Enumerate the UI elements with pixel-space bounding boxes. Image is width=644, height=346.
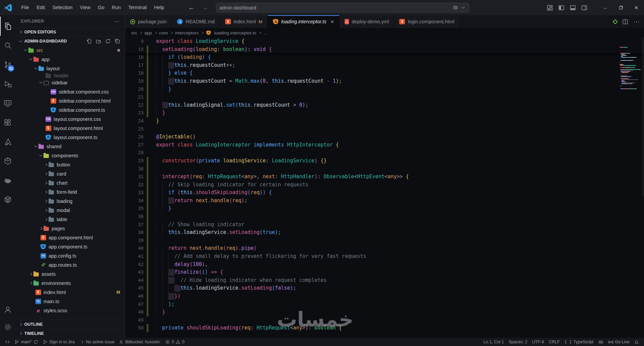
minimap[interactable] xyxy=(620,39,641,89)
chevron-down-icon[interactable] xyxy=(38,82,43,83)
line-number[interactable]: 37 xyxy=(125,221,144,229)
azure-icon[interactable] xyxy=(0,132,16,151)
code-line-33[interactable]: 33if (this.shouldSkipLoading(req)) { xyxy=(125,189,644,197)
back-arrow-button[interactable]: ← xyxy=(188,4,195,11)
code-line-16[interactable]: 16if (loading) { xyxy=(125,53,644,61)
tree-item-table[interactable]: table xyxy=(16,215,125,224)
green-diamond-icon[interactable] xyxy=(613,19,618,24)
line-number[interactable]: 47 xyxy=(125,300,144,309)
menu-run[interactable]: Run xyxy=(108,0,125,15)
line-number[interactable]: 29 xyxy=(125,157,144,165)
tree-item-assets[interactable]: assets xyxy=(16,269,125,278)
breadcrumb-item-...[interactable]: ... xyxy=(263,30,267,35)
tree-item-environments[interactable]: environments xyxy=(16,278,125,288)
tree-item-loading[interactable]: loading xyxy=(16,196,125,206)
forward-arrow-button[interactable]: → xyxy=(202,4,208,11)
tree-item-shared[interactable]: shared xyxy=(16,142,125,151)
code-line-36[interactable]: 36 xyxy=(125,213,644,221)
chevron-right-icon[interactable] xyxy=(38,228,43,230)
code-line-31[interactable]: 31intercept(req: HttpRequest<any>, next:… xyxy=(125,173,644,181)
run-debug-icon[interactable] xyxy=(0,74,16,94)
tree-item-header[interactable]: header xyxy=(16,73,125,78)
project-section[interactable]: ADMIN-DASHBOARD xyxy=(16,36,125,46)
code-line-28[interactable]: 28 xyxy=(125,149,644,157)
new-folder-icon[interactable] xyxy=(96,38,101,44)
tab-loading.interceptor.ts[interactable]: Aloading.interceptor.ts✕ xyxy=(268,15,340,28)
close-button[interactable]: ✕ xyxy=(628,0,644,15)
code-line-47[interactable]: 47); xyxy=(125,300,644,309)
toggle-primary-sidebar-icon[interactable] xyxy=(557,3,566,12)
code-line-35[interactable]: 35} xyxy=(125,205,644,213)
tree-item-app[interactable]: app xyxy=(16,55,125,64)
remote-indicator[interactable] xyxy=(3,338,12,346)
line-number[interactable]: 43 xyxy=(125,268,144,276)
chevron-down-icon[interactable] xyxy=(38,155,43,156)
line-number[interactable]: 41 xyxy=(125,252,144,261)
search-icon[interactable] xyxy=(0,36,16,55)
line-number[interactable]: 9 xyxy=(125,37,144,46)
code-line-32[interactable]: 32// Skip loading indicator for certain … xyxy=(125,181,644,189)
code-line-50[interactable]: 50private shouldSkipLoading(req: HttpReq… xyxy=(125,324,644,332)
chevron-right-icon[interactable] xyxy=(43,209,48,211)
chevron-right-icon[interactable] xyxy=(43,173,48,175)
line-number[interactable]: 46 xyxy=(125,292,144,300)
code-line-39[interactable]: 39 xyxy=(125,237,644,245)
line-number[interactable]: 20 xyxy=(125,85,144,94)
line-number[interactable]: 33 xyxy=(125,189,144,197)
line-number[interactable]: 39 xyxy=(125,237,144,245)
code-line-41[interactable]: 41// Add small delay to prevent flickeri… xyxy=(125,252,644,261)
tree-item-main.ts[interactable]: TSmain.ts xyxy=(16,297,125,306)
breadcrumb-item-interceptors[interactable]: interceptors xyxy=(175,30,199,35)
code-line-49[interactable]: 49 xyxy=(125,316,644,324)
code-line-30[interactable]: 30 xyxy=(125,165,644,173)
line-number[interactable]: 27 xyxy=(125,141,144,149)
customize-layout-icon[interactable] xyxy=(546,3,554,12)
menu-selection[interactable]: Selection xyxy=(49,0,76,15)
menu-terminal[interactable]: Terminal xyxy=(124,0,150,15)
line-number[interactable]: 18 xyxy=(125,69,144,77)
tree-item-app.component.ts[interactable]: Aapp.component.ts xyxy=(16,242,125,251)
close-tab-icon[interactable]: ✕ xyxy=(330,19,334,24)
code-line-40[interactable]: 40return next.handle(req).pipe( xyxy=(125,244,644,252)
toggle-panel-icon[interactable] xyxy=(568,3,577,12)
code-line-18[interactable]: 18} else { xyxy=(125,69,644,77)
line-number[interactable]: 45 xyxy=(125,284,144,292)
line-number[interactable]: 50 xyxy=(125,324,144,332)
chevron-right-icon[interactable] xyxy=(28,273,33,275)
tree-item-form-field[interactable]: form-field xyxy=(16,187,125,196)
tab-deploy-demo.yml[interactable]: deploy-demo.yml xyxy=(340,15,394,28)
breadcrumb-item-app[interactable]: app xyxy=(144,30,152,35)
tree-item-sidebar.component.css[interactable]: CSSsidebar.component.css xyxy=(16,87,125,96)
line-number[interactable]: 49 xyxy=(125,316,144,324)
tree-item-button[interactable]: button xyxy=(16,160,125,169)
editor-scrollbar[interactable] xyxy=(642,37,644,196)
tree-item-layout.component.ts[interactable]: Alayout.component.ts xyxy=(16,133,125,142)
tree-item-components[interactable]: components xyxy=(16,151,125,160)
tree-item-src[interactable]: src xyxy=(16,46,125,55)
line-number[interactable]: 32 xyxy=(125,181,144,189)
chevron-right-icon[interactable] xyxy=(43,200,48,202)
code-line-17[interactable]: 17this.requestCount++; xyxy=(125,61,644,70)
explorer-more-actions-icon[interactable]: ⋯ xyxy=(114,18,119,25)
breadcrumb-item-src[interactable]: src xyxy=(131,30,137,35)
chevron-right-icon[interactable] xyxy=(43,218,48,220)
line-number[interactable]: 23 xyxy=(125,109,144,117)
chevron-right-icon[interactable] xyxy=(43,164,48,166)
line-number[interactable]: 44 xyxy=(125,276,144,285)
line-number[interactable]: 30 xyxy=(125,165,144,173)
bitbucket-item[interactable]: Bitbucket: hussein: xyxy=(117,338,163,346)
code-line-43[interactable]: 43finalize(() => { xyxy=(125,268,644,276)
code-line-26[interactable]: 26@Injectable() xyxy=(125,133,644,141)
jira-signin-item[interactable]: Sign in to Jira xyxy=(40,338,77,346)
code-line-23[interactable]: 23} xyxy=(125,109,644,117)
code-line-38[interactable]: 38this.loadingService.setLoading(true); xyxy=(125,229,644,237)
hexagon-icon[interactable] xyxy=(0,151,16,170)
maximize-button[interactable] xyxy=(613,0,628,15)
encoding-item[interactable]: UTF-8 xyxy=(530,338,546,346)
code-line-37[interactable]: 37// Show loading indicator xyxy=(125,221,644,229)
line-number[interactable]: 19 xyxy=(125,77,144,85)
refresh-explorer-icon[interactable] xyxy=(105,38,111,44)
line-number[interactable]: 36 xyxy=(125,213,144,221)
go-live-item[interactable]: Go Live xyxy=(606,338,632,346)
chevron-right-icon[interactable] xyxy=(43,182,48,184)
